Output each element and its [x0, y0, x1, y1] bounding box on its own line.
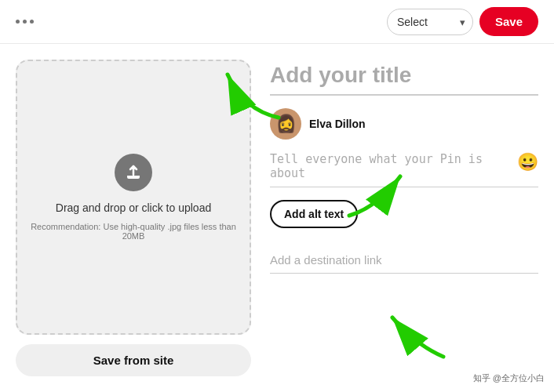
header-right: SelectOption 1Option 2 Save [387, 7, 538, 36]
upload-icon [115, 154, 152, 191]
select-wrapper: SelectOption 1Option 2 [387, 9, 473, 35]
save-from-site-button[interactable]: Save from site [16, 344, 251, 376]
right-panel: 🧔‍♀️ Elva Dillon 😀 Add alt text [270, 60, 538, 376]
username: Elva Dillon [309, 118, 366, 130]
header: SelectOption 1Option 2 Save [0, 0, 554, 44]
more-options-button[interactable] [16, 20, 34, 24]
board-select[interactable]: SelectOption 1Option 2 [387, 9, 473, 35]
recommendation-text: Recommendation: Use high-quality .jpg fi… [17, 222, 250, 241]
upload-area[interactable]: Drag and drop or click to upload Recomme… [16, 60, 251, 335]
alt-text-button[interactable]: Add alt text [270, 200, 358, 228]
save-button[interactable]: Save [479, 7, 538, 36]
description-input[interactable] [270, 152, 510, 177]
watermark: 知乎 @全方位小白 [470, 371, 548, 386]
header-left [16, 20, 34, 24]
emoji-button[interactable]: 😀 [517, 152, 538, 172]
destination-link-input[interactable] [270, 250, 538, 274]
left-panel: Drag and drop or click to upload Recomme… [16, 60, 251, 376]
upload-arrow-icon [124, 163, 143, 182]
avatar: 🧔‍♀️ [270, 108, 301, 140]
dot-3 [30, 20, 34, 24]
user-row: 🧔‍♀️ Elva Dillon [270, 108, 538, 140]
description-row: 😀 [270, 152, 538, 187]
title-input[interactable] [270, 60, 538, 96]
main-content: Drag and drop or click to upload Recomme… [0, 44, 554, 392]
dot-2 [23, 20, 27, 24]
dot-1 [16, 20, 20, 24]
upload-text: Drag and drop or click to upload [56, 201, 211, 216]
